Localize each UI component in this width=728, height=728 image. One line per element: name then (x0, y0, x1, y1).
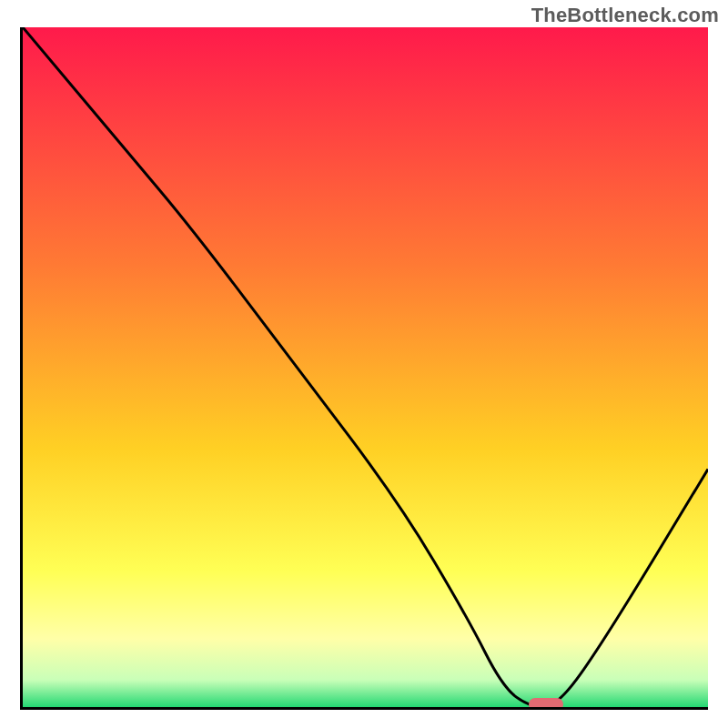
bottleneck-curve (23, 27, 708, 707)
curve-path (23, 27, 708, 707)
chart-frame (20, 27, 708, 710)
watermark-text: TheBottleneck.com (531, 4, 719, 27)
optimal-marker (529, 698, 563, 710)
